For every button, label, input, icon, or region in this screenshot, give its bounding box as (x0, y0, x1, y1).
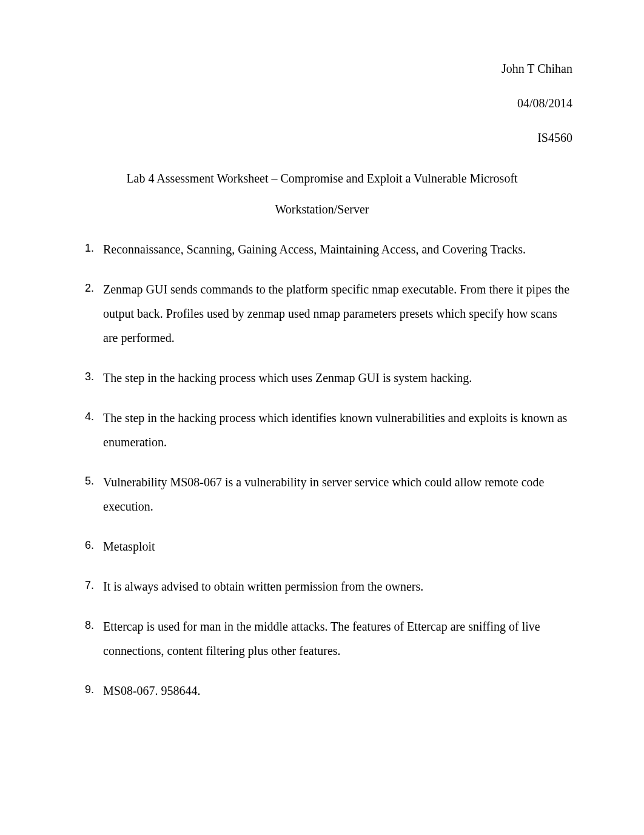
list-item: 8. Ettercap is used for man in the middl… (85, 614, 572, 663)
document-date: 04/08/2014 (72, 94, 572, 113)
list-item: 6. Metasploit (85, 534, 572, 558)
item-text: MS08-067. 958644. (103, 679, 572, 703)
list-item: 4. The step in the hacking process which… (85, 406, 572, 454)
item-text: Reconnaissance, Scanning, Gaining Access… (103, 237, 572, 261)
item-number: 3. (85, 366, 94, 387)
list-item: 5. Vulnerability MS08-067 is a vulnerabi… (85, 470, 572, 518)
answer-list: 1. Reconnaissance, Scanning, Gaining Acc… (72, 237, 572, 703)
document-title: Lab 4 Assessment Worksheet – Compromise … (72, 169, 572, 219)
item-number: 1. (85, 237, 94, 259)
title-line-2: Workstation/Server (72, 200, 572, 219)
list-item: 1. Reconnaissance, Scanning, Gaining Acc… (85, 237, 572, 261)
list-item: 3. The step in the hacking process which… (85, 366, 572, 390)
item-number: 2. (85, 277, 94, 299)
list-item: 9. MS08-067. 958644. (85, 679, 572, 703)
item-text: Metasploit (103, 534, 572, 558)
item-number: 4. (85, 406, 94, 428)
title-line-1: Lab 4 Assessment Worksheet – Compromise … (72, 169, 572, 188)
item-number: 7. (85, 574, 94, 596)
item-number: 9. (85, 679, 94, 700)
item-text: Zenmap GUI sends commands to the platfor… (103, 277, 572, 350)
item-text: The step in the hacking process which us… (103, 366, 572, 390)
list-item: 7. It is always advised to obtain writte… (85, 574, 572, 599)
document-header: John T Chihan 04/08/2014 IS4560 (72, 59, 572, 147)
item-text: Ettercap is used for man in the middle a… (103, 614, 572, 663)
course-code: IS4560 (72, 129, 572, 147)
item-text: It is always advised to obtain written p… (103, 574, 572, 599)
item-text: The step in the hacking process which id… (103, 406, 572, 454)
list-item: 2. Zenmap GUI sends commands to the plat… (85, 277, 572, 350)
author-name: John T Chihan (72, 59, 572, 78)
item-number: 6. (85, 534, 94, 556)
item-text: Vulnerability MS08-067 is a vulnerabilit… (103, 470, 572, 518)
item-number: 5. (85, 470, 94, 492)
item-number: 8. (85, 614, 94, 636)
